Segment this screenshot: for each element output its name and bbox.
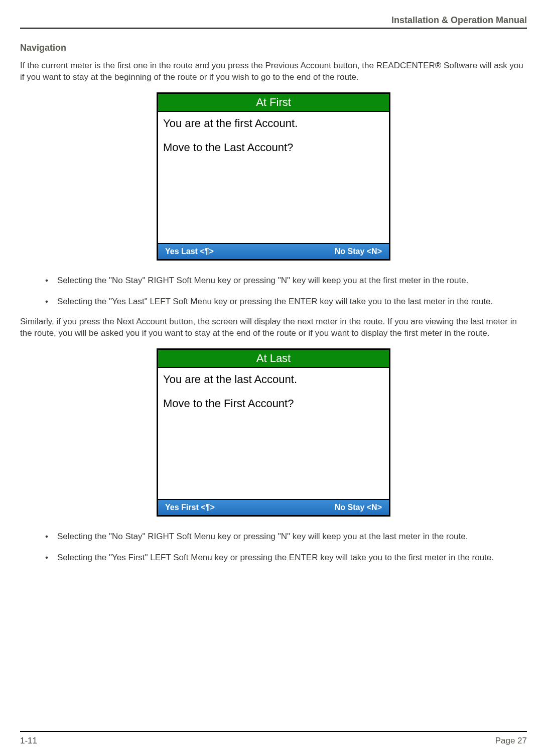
dialog-title: At First — [158, 94, 389, 112]
dialog-body: You are at the last Account. Move to the… — [158, 368, 389, 499]
footer: 1-11 Page 27 — [20, 731, 527, 746]
soft-key-left[interactable]: Yes First <¶> — [165, 503, 215, 512]
list-item: • Selecting the "No Stay" RIGHT Soft Men… — [45, 275, 527, 287]
soft-key-right[interactable]: No Stay <N> — [335, 247, 382, 256]
dialog-line-1: You are at the last Account. — [163, 372, 384, 387]
header: Installation & Operation Manual — [20, 15, 527, 29]
section-title: Navigation — [20, 43, 527, 53]
screenshot-at-last: At Last You are at the last Account. Mov… — [157, 348, 390, 517]
dialog-line-1: You are at the first Account. — [163, 116, 384, 131]
soft-key-left[interactable]: Yes Last <¶> — [165, 247, 214, 256]
page: Installation & Operation Manual Navigati… — [0, 0, 547, 756]
bullet-text: Selecting the "No Stay" RIGHT Soft Menu … — [57, 531, 468, 543]
dialog-title: At Last — [158, 350, 389, 368]
dialog-body: You are at the first Account. Move to th… — [158, 112, 389, 243]
page-number: Page 27 — [495, 736, 527, 746]
intro-paragraph: If the current meter is the first one in… — [20, 60, 527, 83]
screenshot-at-first: At First You are at the first Account. M… — [157, 92, 390, 261]
soft-key-bar: Yes First <¶> No Stay <N> — [158, 499, 389, 515]
bullet-list-2: • Selecting the "No Stay" RIGHT Soft Men… — [20, 531, 527, 564]
bullet-icon: • — [45, 296, 57, 308]
bullet-text: Selecting the "Yes First" LEFT Soft Menu… — [57, 552, 494, 564]
mid-paragraph: Similarly, if you press the Next Account… — [20, 316, 527, 339]
soft-key-bar: Yes Last <¶> No Stay <N> — [158, 243, 389, 259]
bullet-icon: • — [45, 552, 57, 564]
bullet-list-1: • Selecting the "No Stay" RIGHT Soft Men… — [20, 275, 527, 308]
manual-title: Installation & Operation Manual — [20, 15, 527, 28]
bullet-text: Selecting the "Yes Last" LEFT Soft Menu … — [57, 296, 493, 308]
list-item: • Selecting the "No Stay" RIGHT Soft Men… — [45, 531, 527, 543]
dialog-line-2: Move to the First Account? — [163, 396, 384, 411]
list-item: • Selecting the "Yes Last" LEFT Soft Men… — [45, 296, 527, 308]
soft-key-right[interactable]: No Stay <N> — [335, 503, 382, 512]
bullet-icon: • — [45, 531, 57, 543]
bullet-icon: • — [45, 275, 57, 287]
footer-left: 1-11 — [20, 736, 37, 746]
list-item: • Selecting the "Yes First" LEFT Soft Me… — [45, 552, 527, 564]
bullet-text: Selecting the "No Stay" RIGHT Soft Menu … — [57, 275, 468, 287]
dialog-line-2: Move to the Last Account? — [163, 140, 384, 155]
